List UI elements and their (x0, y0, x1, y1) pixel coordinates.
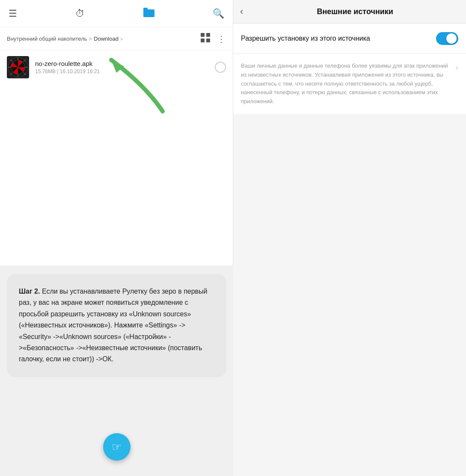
breadcrumb-current[interactable]: Download (94, 36, 119, 42)
bottom-right-panel (233, 265, 466, 476)
fab-button[interactable]: ☞ (103, 433, 131, 461)
svg-rect-2 (201, 33, 205, 37)
left-top-bar: ☰ ⏱ 🔍 (0, 0, 233, 28)
settings-title: Внешние источники (251, 7, 459, 16)
warning-text: Ваши личные данные и данные телефона бол… (241, 62, 452, 106)
breadcrumb-arrow: > (120, 36, 123, 42)
chevron-right-icon: › (455, 62, 458, 72)
right-settings-panel: ‹ Внешние источники Разрешить установку … (233, 0, 466, 265)
file-thumbnail (7, 56, 29, 78)
instruction-step: Шаг 2. (19, 288, 40, 295)
svg-rect-3 (206, 33, 210, 37)
file-meta: 15.76MB | 16.10.2019 16:21 (35, 68, 209, 74)
files-icon[interactable] (143, 8, 154, 20)
warning-row[interactable]: Ваши личные данные и данные телефона бол… (233, 54, 466, 114)
search-icon[interactable]: 🔍 (213, 8, 224, 19)
grid-view-icon[interactable] (201, 33, 210, 45)
file-item[interactable]: no-zero-roulette.apk 15.76MB | 16.10.201… (0, 50, 233, 84)
breadcrumb-actions: ⋮ (201, 33, 226, 45)
svg-rect-1 (143, 8, 148, 11)
file-info: no-zero-roulette.apk 15.76MB | 16.10.201… (35, 60, 209, 74)
breadcrumb: Внутренний общий накопитель > Download >… (0, 28, 233, 50)
more-options-icon[interactable]: ⋮ (217, 34, 226, 44)
instruction-text: Шаг 2. Если вы устанавливаете Рулетку бе… (19, 286, 214, 365)
file-select-checkbox[interactable] (215, 62, 226, 73)
svg-rect-5 (206, 39, 210, 42)
allow-install-toggle[interactable] (436, 32, 458, 45)
left-file-panel: ☰ ⏱ 🔍 Внутренний общий накопитель > Down… (0, 0, 233, 265)
menu-icon[interactable]: ☰ (9, 8, 17, 19)
fab-icon: ☞ (112, 440, 122, 454)
history-icon[interactable]: ⏱ (75, 8, 85, 19)
bottom-left-panel: Шаг 2. Если вы устанавливаете Рулетку бе… (0, 265, 233, 476)
breadcrumb-root[interactable]: Внутренний общий накопитель (7, 36, 87, 42)
breadcrumb-separator: > (89, 36, 92, 42)
file-name: no-zero-roulette.apk (35, 60, 209, 67)
back-button[interactable]: ‹ (240, 6, 243, 17)
instruction-bubble: Шаг 2. Если вы устанавливаете Рулетку бе… (7, 274, 226, 377)
allow-install-label: Разрешить установку из этого источника (241, 34, 370, 43)
svg-rect-4 (201, 39, 205, 42)
right-top-bar: ‹ Внешние источники (233, 0, 466, 24)
instruction-body: Если вы устанавливаете Рулетку без зеро … (19, 288, 208, 363)
allow-install-toggle-row[interactable]: Разрешить установку из этого источника (233, 24, 466, 54)
